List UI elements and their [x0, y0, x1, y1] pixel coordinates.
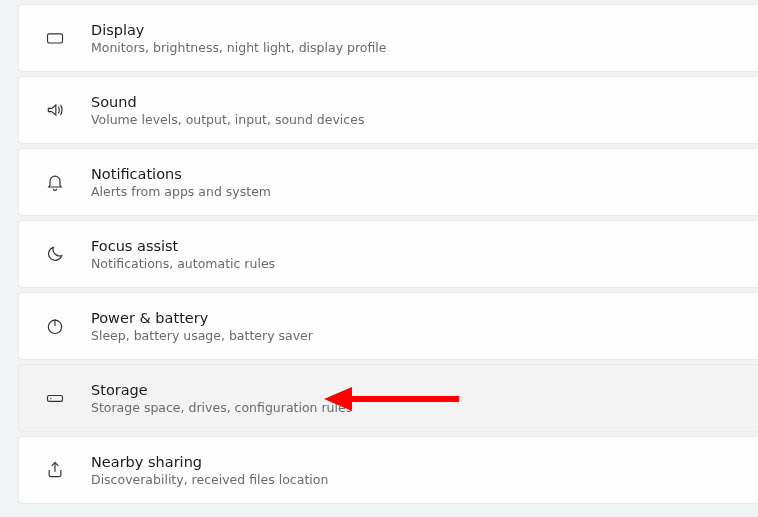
settings-item-text: Sound Volume levels, output, input, soun… — [91, 94, 364, 127]
settings-item-power-battery[interactable]: Power & battery Sleep, battery usage, ba… — [18, 292, 758, 360]
settings-item-focus-assist[interactable]: Focus assist Notifications, automatic ru… — [18, 220, 758, 288]
svg-rect-0 — [48, 34, 63, 43]
settings-item-subtitle: Sleep, battery usage, battery saver — [91, 328, 313, 343]
settings-item-sound[interactable]: Sound Volume levels, output, input, soun… — [18, 76, 758, 144]
settings-item-notifications[interactable]: Notifications Alerts from apps and syste… — [18, 148, 758, 216]
settings-item-subtitle: Storage space, drives, configuration rul… — [91, 400, 352, 415]
settings-item-subtitle: Discoverability, received files location — [91, 472, 328, 487]
settings-item-text: Power & battery Sleep, battery usage, ba… — [91, 310, 313, 343]
display-icon — [33, 28, 77, 48]
sound-icon — [33, 100, 77, 120]
settings-item-nearby-sharing[interactable]: Nearby sharing Discoverability, received… — [18, 436, 758, 504]
settings-item-title: Focus assist — [91, 238, 275, 254]
settings-item-title: Notifications — [91, 166, 271, 182]
settings-item-title: Sound — [91, 94, 364, 110]
settings-item-storage[interactable]: Storage Storage space, drives, configura… — [18, 364, 758, 432]
share-icon — [33, 460, 77, 480]
storage-icon — [33, 388, 77, 408]
settings-item-title: Storage — [91, 382, 352, 398]
settings-system-list: Display Monitors, brightness, night ligh… — [18, 4, 758, 504]
settings-item-subtitle: Notifications, automatic rules — [91, 256, 275, 271]
settings-item-subtitle: Volume levels, output, input, sound devi… — [91, 112, 364, 127]
settings-item-text: Notifications Alerts from apps and syste… — [91, 166, 271, 199]
settings-item-title: Display — [91, 22, 386, 38]
moon-icon — [33, 244, 77, 264]
bell-icon — [33, 172, 77, 192]
settings-item-text: Nearby sharing Discoverability, received… — [91, 454, 328, 487]
settings-item-title: Power & battery — [91, 310, 313, 326]
svg-rect-3 — [48, 396, 63, 402]
settings-item-subtitle: Alerts from apps and system — [91, 184, 271, 199]
settings-item-text: Display Monitors, brightness, night ligh… — [91, 22, 386, 55]
power-icon — [33, 316, 77, 336]
settings-item-title: Nearby sharing — [91, 454, 328, 470]
settings-item-subtitle: Monitors, brightness, night light, displ… — [91, 40, 386, 55]
settings-item-text: Focus assist Notifications, automatic ru… — [91, 238, 275, 271]
settings-item-display[interactable]: Display Monitors, brightness, night ligh… — [18, 4, 758, 72]
svg-point-4 — [50, 398, 51, 399]
settings-item-text: Storage Storage space, drives, configura… — [91, 382, 352, 415]
